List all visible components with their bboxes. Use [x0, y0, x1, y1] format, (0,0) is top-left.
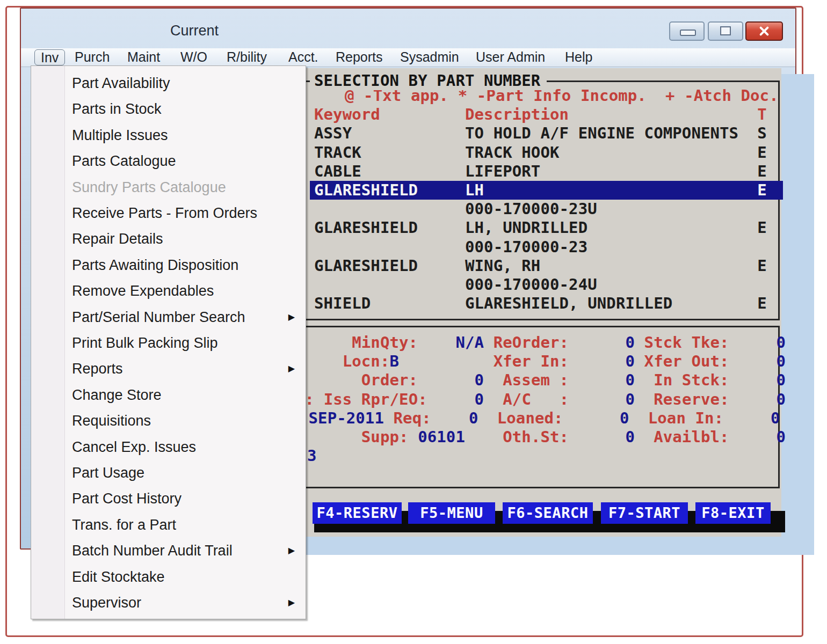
menubar-item-sysadmin[interactable]: Sysadmin	[400, 49, 459, 64]
menu-item-supervisor[interactable]: Supervisor▶	[31, 590, 306, 616]
field-value: 0	[729, 371, 786, 389]
title-bar: Current	[21, 9, 795, 48]
menu-item-reports[interactable]: Reports▶	[31, 356, 306, 382]
menubar-item-r-bility[interactable]: R/bility	[227, 49, 267, 64]
field-value: 0	[569, 390, 635, 408]
field-value: 06101	[409, 428, 465, 446]
field-value: B	[389, 352, 399, 370]
menu-item-part-serial-number-search[interactable]: Part/Serial Number Search▶	[31, 304, 306, 330]
menu-item-label: Batch Number Audit Trail	[72, 538, 233, 564]
menu-item-sundry-parts-catalogue: Sundry Parts Catalogue	[31, 174, 306, 200]
field-label: Order:	[314, 371, 418, 389]
field-label: Oth.St:	[465, 428, 569, 446]
field-label: Req:	[384, 409, 431, 427]
menu-item-repair-details[interactable]: Repair Details	[31, 226, 306, 252]
menu-item-label: Sundry Parts Catalogue	[72, 174, 226, 200]
field-value: 0	[431, 409, 478, 427]
menu-item-requisitions[interactable]: Requisitions	[31, 408, 306, 434]
field-value: 0	[723, 409, 780, 427]
field-label: Availbl:	[635, 428, 729, 446]
part-row[interactable]: 000-170000-23U	[310, 200, 783, 218]
menu-item-edit-stocktake[interactable]: Edit Stocktake	[31, 564, 306, 590]
field-value: 0	[729, 428, 786, 446]
field-label: Loaned:	[478, 409, 563, 427]
part-row[interactable]: GLARESHIELD WING, RH E	[310, 257, 783, 275]
part-row[interactable]: 000-170000-23	[310, 238, 783, 257]
field-label: MinQty:	[314, 333, 418, 352]
minimize-button[interactable]	[669, 21, 705, 41]
menu-item-label: Reports	[72, 356, 123, 382]
screenshot-stage: Current InvPurchMaintW/OR/bilityAcct.Rep…	[0, 0, 827, 644]
detail-line: SEP-2011 Req: 0 Loaned: 0 Loan In: 0	[304, 409, 778, 428]
menubar-item-maint[interactable]: Maint	[127, 49, 160, 64]
fkey-f6-search[interactable]: F6-SEARCH	[503, 502, 593, 524]
inv-dropdown-menu: Part AvailabilityParts in StockMultiple …	[31, 65, 306, 619]
menubar-item-purch[interactable]: Purch	[75, 49, 110, 64]
part-row[interactable]: GLARESHIELD LH, UNDRILLED E	[310, 218, 783, 237]
field-label: In Stck:	[635, 371, 729, 389]
selection-panel-title: SELECTION BY PART NUMBER	[310, 71, 547, 90]
menubar-item-help[interactable]: Help	[565, 49, 592, 64]
fkey-f4-reserv[interactable]: F4-RESERV	[313, 502, 402, 524]
menubar-item-user-admin[interactable]: User Admin	[476, 49, 545, 64]
field-label: : Iss Rpr/EO:	[305, 390, 427, 408]
menu-item-cancel-exp-issues[interactable]: Cancel Exp. Issues	[31, 434, 306, 460]
field-value: N/A	[418, 333, 484, 352]
detail-line: Order: 0 Assem : 0 In Stck: 0	[310, 371, 783, 390]
menu-item-part-cost-history[interactable]: Part Cost History	[31, 486, 306, 511]
menu-item-label: Repair Details	[72, 226, 163, 252]
part-row-selected[interactable]: GLARESHIELD LH E	[310, 181, 783, 200]
field-label: Locn:	[314, 352, 389, 370]
menu-item-parts-catalogue[interactable]: Parts Catalogue	[31, 148, 306, 174]
part-row[interactable]: CABLE LIFEPORT E	[310, 162, 783, 181]
field-value: 0	[418, 371, 484, 389]
part-row[interactable]: SHIELD GLARESHIELD, UNDRILLED E	[310, 294, 783, 313]
menu-item-change-store[interactable]: Change Store	[31, 382, 306, 408]
menu-item-part-usage[interactable]: Part Usage	[31, 460, 306, 486]
field-value: 3	[307, 447, 317, 465]
menu-item-label: Multiple Issues	[72, 122, 168, 148]
menu-item-label: Trans. for a Part	[72, 512, 176, 538]
part-row[interactable]: ASSY TO HOLD A/F ENGINE COMPONENTS S	[310, 124, 783, 143]
fkey-f7-start[interactable]: F7-START	[601, 502, 688, 524]
menu-item-trans-for-a-part[interactable]: Trans. for a Part	[31, 512, 306, 538]
minimize-icon	[680, 30, 696, 36]
menu-item-label: Part Availability	[72, 70, 170, 96]
menubar-item-w-o[interactable]: W/O	[180, 49, 207, 64]
field-value: 0	[569, 371, 635, 389]
menu-item-multiple-issues[interactable]: Multiple Issues	[31, 122, 306, 148]
detail-line: : Iss Rpr/EO: 0 A/C : 0 Reserve: 0	[301, 390, 774, 409]
field-value: 0	[569, 333, 635, 352]
submenu-arrow-icon: ▶	[288, 590, 295, 616]
menu-item-remove-expendables[interactable]: Remove Expendables	[31, 278, 306, 304]
fkey-f5-menu[interactable]: F5-MENU	[408, 502, 495, 524]
field-label: Reserve:	[635, 390, 729, 408]
menu-item-parts-in-stock[interactable]: Parts in Stock	[31, 96, 306, 122]
menu-item-parts-awaiting-disposition[interactable]: Parts Awaiting Disposition	[31, 252, 306, 278]
menu-item-label: Remove Expendables	[72, 278, 214, 304]
menubar-item-acct[interactable]: Acct.	[288, 49, 318, 64]
submenu-arrow-icon: ▶	[288, 538, 295, 564]
menu-item-print-bulk-packing-slip[interactable]: Print Bulk Packing Slip	[31, 330, 306, 356]
field-value: SEP-2011	[309, 409, 384, 427]
menu-item-batch-number-audit-trail[interactable]: Batch Number Audit Trail▶	[31, 538, 306, 564]
menu-item-label: Parts in Stock	[72, 96, 162, 122]
part-row[interactable]: 000-170000-24U	[310, 275, 783, 294]
fkey-f8-exit[interactable]: F8-EXIT	[695, 502, 771, 524]
menu-item-label: Edit Stocktake	[72, 564, 165, 590]
field-value: 0	[569, 428, 635, 446]
maximize-button[interactable]	[708, 21, 743, 41]
menu-item-part-availability[interactable]: Part Availability	[31, 70, 306, 96]
close-button[interactable]	[745, 21, 783, 41]
menubar-item-inv[interactable]: Inv	[34, 49, 65, 65]
field-label: Stck Tke:	[635, 333, 729, 352]
field-label: Xfer Out:	[635, 352, 729, 370]
part-row[interactable]: TRACK TRACK HOOK E	[310, 143, 783, 162]
menu-item-label: Change Store	[72, 382, 162, 408]
menu-item-label: Receive Parts - From Orders	[72, 200, 257, 226]
field-value: 0	[427, 390, 484, 408]
field-value: 0	[729, 333, 786, 352]
menu-item-receive-parts-from-orders[interactable]: Receive Parts - From Orders	[31, 200, 306, 226]
field-value: 0	[563, 409, 629, 427]
menubar-item-reports[interactable]: Reports	[336, 49, 383, 64]
